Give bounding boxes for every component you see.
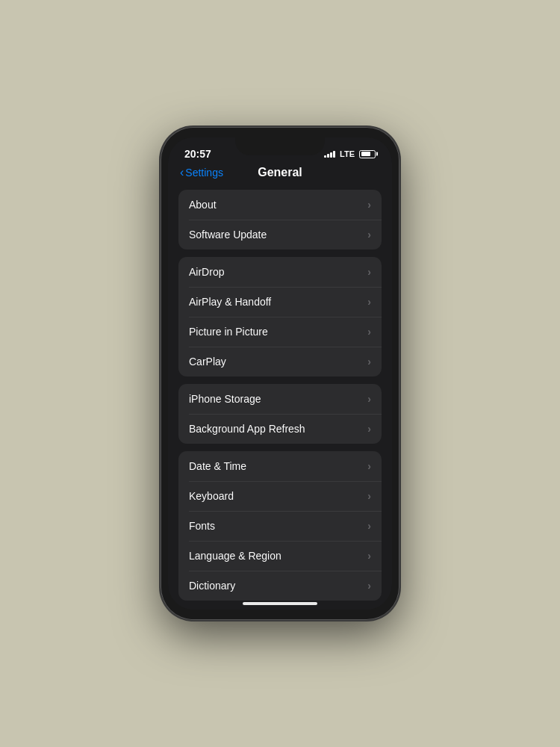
menu-item-airdrop[interactable]: AirDrop › <box>178 257 382 287</box>
screen-content: 20:57 LTE ‹ <box>168 137 392 610</box>
picture-in-picture-label: Picture in Picture <box>189 326 268 338</box>
back-chevron-icon: ‹ <box>180 166 184 179</box>
chevron-right-icon: › <box>367 266 371 278</box>
dictionary-label: Dictionary <box>189 580 235 592</box>
fonts-label: Fonts <box>189 520 215 532</box>
nav-bar: ‹ Settings General <box>168 163 392 185</box>
section-connectivity: AirDrop › AirPlay & Handoff › Picture in… <box>178 257 382 376</box>
about-label: About <box>189 199 217 211</box>
date-time-label: Date & Time <box>189 460 246 472</box>
menu-item-background-app-refresh[interactable]: Background App Refresh › <box>178 414 382 444</box>
menu-item-keyboard[interactable]: Keyboard › <box>178 481 382 511</box>
menu-item-software-update[interactable]: Software Update › <box>178 220 382 249</box>
back-label: Settings <box>185 167 223 179</box>
menu-item-picture-in-picture[interactable]: Picture in Picture › <box>178 317 382 347</box>
airdrop-label: AirDrop <box>189 266 224 278</box>
chevron-right-icon: › <box>367 326 371 338</box>
back-button[interactable]: ‹ Settings <box>180 166 223 179</box>
chevron-right-icon: › <box>367 356 371 368</box>
software-update-label: Software Update <box>189 229 267 241</box>
signal-icon <box>324 150 335 158</box>
menu-item-about[interactable]: About › <box>178 190 382 220</box>
settings-content: About › Software Update › AirDrop › <box>168 185 392 610</box>
chevron-right-icon: › <box>367 520 371 532</box>
chevron-right-icon: › <box>367 393 371 405</box>
notch <box>235 137 325 155</box>
lte-label: LTE <box>340 149 355 158</box>
chevron-right-icon: › <box>367 296 371 308</box>
battery-fill <box>361 152 371 156</box>
page-title: General <box>258 166 302 179</box>
menu-item-airplay-handoff[interactable]: AirPlay & Handoff › <box>178 287 382 317</box>
airplay-handoff-label: AirPlay & Handoff <box>189 296 271 308</box>
section-storage: iPhone Storage › Background App Refresh … <box>178 384 382 444</box>
menu-item-carplay[interactable]: CarPlay › <box>178 347 382 376</box>
menu-item-date-time[interactable]: Date & Time › <box>178 451 382 481</box>
chevron-right-icon: › <box>367 490 371 502</box>
chevron-right-icon: › <box>367 423 371 435</box>
section-language: Date & Time › Keyboard › Fonts › Languag… <box>178 451 382 601</box>
keyboard-label: Keyboard <box>189 490 234 502</box>
carplay-label: CarPlay <box>189 356 226 368</box>
home-indicator <box>243 602 317 605</box>
status-time: 20:57 <box>184 148 211 160</box>
menu-item-fonts[interactable]: Fonts › <box>178 511 382 541</box>
menu-item-dictionary[interactable]: Dictionary › <box>178 571 382 601</box>
chevron-right-icon: › <box>367 550 371 562</box>
background-app-refresh-label: Background App Refresh <box>189 423 305 435</box>
phone-frame: 20:57 LTE ‹ <box>161 127 399 620</box>
section-about: About › Software Update › <box>178 190 382 249</box>
menu-item-iphone-storage[interactable]: iPhone Storage › <box>178 384 382 414</box>
iphone-storage-label: iPhone Storage <box>189 393 261 405</box>
status-icons: LTE <box>324 149 376 158</box>
chevron-right-icon: › <box>367 229 371 241</box>
battery-icon <box>359 150 376 158</box>
language-region-label: Language & Region <box>189 550 281 562</box>
phone-screen: 20:57 LTE ‹ <box>168 137 392 610</box>
chevron-right-icon: › <box>367 199 371 211</box>
menu-item-language-region[interactable]: Language & Region › <box>178 541 382 571</box>
chevron-right-icon: › <box>367 580 371 592</box>
chevron-right-icon: › <box>367 460 371 472</box>
